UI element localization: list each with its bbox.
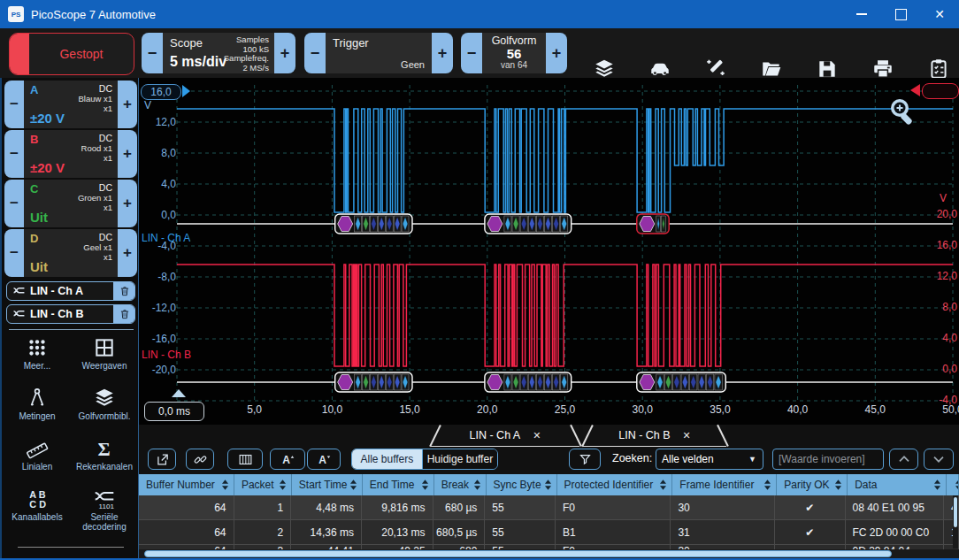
sidebar-tool-seri-le-decodering[interactable]: 1101 Seriële decodering: [72, 487, 137, 532]
decoded-packet[interactable]: [637, 214, 669, 234]
scope-view[interactable]: 16,0 V V 0,0 ms LIN - Ch A LIN - Ch B 12…: [139, 78, 959, 425]
trigger-marker-tag[interactable]: [922, 83, 959, 99]
tab-close-icon[interactable]: ✕: [533, 430, 541, 441]
column-header-data[interactable]: Data: [848, 474, 947, 495]
tab-lin-ch-a[interactable]: LIN - Ch A ✕: [431, 425, 579, 447]
search-next-button[interactable]: [924, 449, 954, 470]
link-button[interactable]: [186, 449, 214, 470]
sidebar-divider: [18, 547, 124, 548]
right-axis-tick: 4,0: [925, 332, 957, 344]
search-value-input[interactable]: [772, 449, 884, 470]
trigger-decrease-button[interactable]: −: [304, 33, 326, 73]
table-row[interactable]: 6414,48 ms9,816 ms680 µs55F030✔08 40 E1 …: [139, 495, 959, 520]
decoder-delete-button[interactable]: [113, 282, 134, 300]
columns-button[interactable]: [227, 449, 263, 470]
font-decrease-button[interactable]: A: [307, 449, 341, 470]
zoom-magnifier-icon[interactable]: [886, 96, 922, 131]
search-previous-button[interactable]: [889, 449, 918, 470]
horizontal-scrollbar-thumb[interactable]: [144, 550, 892, 557]
vertical-scrollbar[interactable]: [953, 495, 958, 548]
export-button[interactable]: [148, 449, 176, 470]
all-buffers-button[interactable]: Alle buffers: [352, 449, 422, 469]
decoded-packet[interactable]: [335, 372, 412, 392]
decoded-packet[interactable]: [637, 372, 726, 392]
waveform-panel[interactable]: Golfvorm 56 van 64: [482, 33, 546, 73]
channel-decrease-button[interactable]: −: [4, 130, 24, 178]
decoder-button-lin-ch-a[interactable]: LIN - Ch A: [6, 281, 135, 301]
decoder-delete-button[interactable]: [113, 305, 134, 323]
y-axis-arrow-icon: [182, 85, 190, 97]
font-increase-button[interactable]: A: [270, 449, 305, 470]
scope-settings-panel[interactable]: Scope 5 ms/div Samples100 kSSamplefreq.2…: [163, 33, 274, 73]
channel-increase-button[interactable]: +: [118, 130, 137, 178]
column-header-start-time[interactable]: Start Time: [292, 474, 363, 495]
waveform-prev-button[interactable]: −: [461, 33, 482, 73]
scope-decrease-button[interactable]: −: [142, 33, 163, 73]
decoder-button-lin-ch-b[interactable]: LIN - Ch B: [6, 304, 135, 324]
sidebar-tool-weergaven[interactable]: Weergaven: [72, 336, 137, 371]
channel-decrease-button[interactable]: −: [4, 180, 24, 227]
column-header-break[interactable]: Break: [434, 474, 487, 495]
y-axis-top-control[interactable]: 16,0: [141, 84, 181, 100]
sidebar-tool-label: Weergaven: [72, 361, 137, 371]
table-row[interactable]: 64214,36 ms20,13 ms680,5 µs55B131✔FC 2D …: [139, 520, 959, 545]
channel-card-d[interactable]: − D DC Geel x1 x1 Uit +: [4, 229, 137, 277]
close-button[interactable]: ✕: [920, 0, 959, 28]
filter-button[interactable]: [569, 449, 601, 470]
channel-card-b[interactable]: − B DC Rood x1 x1 ±20 V +: [4, 130, 137, 178]
column-header-buffer-number[interactable]: Buffer Number: [139, 474, 234, 495]
chevup-icon: [897, 452, 911, 466]
sort-icon: [420, 479, 430, 491]
channel-body[interactable]: D DC Geel x1 x1 Uit: [24, 229, 118, 277]
app-window: PS PicoScope 7 Automotive ✕ Gestopt − Sc…: [0, 0, 959, 560]
left-axis-tick: 12,0: [141, 116, 176, 128]
waveform-next-button[interactable]: +: [546, 33, 567, 73]
column-header-packet[interactable]: Packet: [234, 474, 292, 495]
sidebar-tool-kanaallabels[interactable]: A BC D Kanaallabels: [4, 487, 70, 522]
channel-body[interactable]: A DC Blauw x1 x1 ±20 V: [24, 81, 118, 128]
channel-increase-button[interactable]: +: [118, 229, 137, 277]
sidebar-tool-golfvormbibl[interactable]: Golfvormbibl.: [72, 387, 137, 421]
sidebar-tool-rekenkanalen[interactable]: Σ Rekenkanalen: [72, 437, 137, 472]
channel-increase-button[interactable]: +: [118, 81, 137, 128]
column-header-parity-ok[interactable]: Parity OK: [777, 474, 848, 495]
trigger-settings-panel[interactable]: Trigger Geen: [326, 33, 432, 73]
x-axis-zero-label[interactable]: 0,0 ms: [144, 402, 204, 421]
channel-decrease-button[interactable]: −: [4, 81, 24, 128]
table-cell: 30: [671, 495, 774, 519]
column-header-extra[interactable]: [947, 474, 959, 495]
stop-button[interactable]: Gestopt: [9, 33, 134, 75]
search-field-select[interactable]: Alle velden ▼: [656, 449, 763, 470]
column-header-frame-identifier[interactable]: Frame Identifier: [672, 474, 777, 495]
scope-increase-button[interactable]: +: [274, 33, 295, 73]
scope-timebase-value: 5 ms/div: [170, 54, 226, 70]
trigger-increase-button[interactable]: +: [432, 33, 453, 73]
channel-card-c[interactable]: − C DC Groen x1 x1 Uit +: [4, 180, 137, 227]
vertical-scrollbar-thumb[interactable]: [954, 497, 957, 527]
decoded-packet[interactable]: [485, 372, 572, 392]
current-buffer-button[interactable]: Huidige buffer: [422, 449, 497, 469]
right-axis-tick: 8,0: [925, 301, 957, 313]
sidebar-tool-meer[interactable]: Meer...: [4, 336, 70, 371]
table-header: Buffer NumberPacketStart TimeEnd TimeBre…: [139, 474, 959, 495]
column-header-protected-identifier[interactable]: Protected Identifier: [557, 474, 673, 495]
column-header-sync-byte[interactable]: Sync Byte: [487, 474, 557, 495]
channel-card-a[interactable]: − A DC Blauw x1 x1 ±20 V +: [4, 81, 137, 128]
column-header-end-time[interactable]: End Time: [363, 474, 434, 495]
sidebar-tool-linialen[interactable]: Linialen: [4, 437, 70, 472]
minimize-button[interactable]: [842, 0, 881, 28]
tab-lin-ch-b[interactable]: LIN - Ch B ✕: [583, 425, 726, 447]
left-axis-tick: -8,0: [141, 271, 176, 283]
decoded-packet[interactable]: [485, 214, 572, 234]
channel-body[interactable]: C DC Groen x1 x1 Uit: [24, 180, 118, 227]
x-axis-position-marker[interactable]: [172, 389, 186, 397]
horizontal-scrollbar[interactable]: [139, 549, 959, 558]
channel-decrease-button[interactable]: −: [4, 229, 24, 277]
channel-body[interactable]: B DC Rood x1 x1 ±20 V: [24, 130, 118, 178]
decoded-packet[interactable]: [335, 214, 412, 234]
channel-increase-button[interactable]: +: [118, 180, 137, 227]
maximize-button[interactable]: [881, 0, 920, 28]
link-icon: [193, 452, 208, 467]
sidebar-tool-metingen[interactable]: Metingen: [4, 387, 70, 421]
tab-close-icon[interactable]: ✕: [683, 430, 691, 441]
